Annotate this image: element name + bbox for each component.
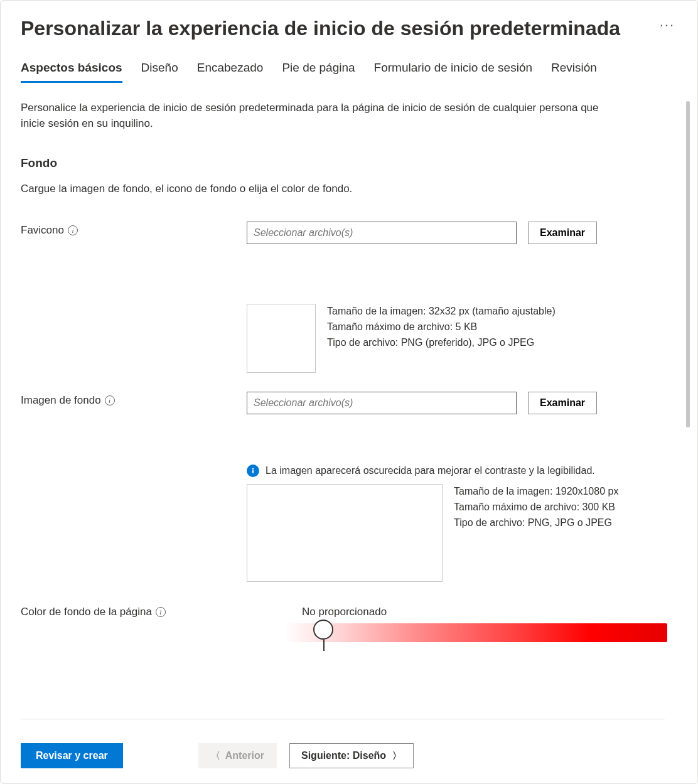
page-bg-color-label: Color de fondo de la página i [21,606,284,618]
chevron-left-icon: 〈 [211,750,220,762]
section-desc-fondo: Cargue la imagen de fondo, el icono de f… [21,183,677,195]
wizard-tabs: Aspectos básicos Diseño Encabezado Pie d… [21,61,677,83]
header-row: Personalizar la experiencia de inicio de… [21,12,677,51]
favicon-spec-size: Tamaño de la imagen: 32x32 px (tamaño aj… [327,304,556,320]
next-button-label: Siguiente: Diseño [301,750,386,761]
background-preview-box [247,484,443,582]
tab-diseno[interactable]: Diseño [141,61,178,83]
chevron-right-icon: 〉 [392,750,402,762]
background-info-text: La imagen aparecerá oscurecida para mejo… [266,463,595,478]
info-icon[interactable]: i [105,395,115,405]
content-divider [21,719,665,719]
info-icon[interactable]: i [156,607,166,617]
background-specs: Tamaño de la imagen: 1920x1080 px Tamaño… [454,484,618,530]
background-image-row: Imagen de fondo i Examinar [21,392,677,414]
background-spec-size: Tamaño de la imagen: 1920x1080 px [454,484,618,500]
previous-button-label: Anterior [225,750,264,761]
more-options-button[interactable]: ··· [660,12,677,32]
favicon-row: Favicono i Examinar [21,222,677,244]
tab-pie-de-pagina[interactable]: Pie de página [282,61,355,83]
section-title-fondo: Fondo [21,156,677,170]
scrollbar-thumb[interactable] [686,101,690,427]
previous-button: 〈 Anterior [198,743,277,768]
svg-rect-1 [252,470,254,473]
tab-aspectos-basicos[interactable]: Aspectos básicos [21,61,122,83]
favicon-label-text: Favicono [21,224,64,237]
info-badge-icon [247,464,259,477]
wizard-footer: Revisar y crear 〈 Anterior Siguiente: Di… [21,743,677,768]
background-info-message: La imagen aparecerá oscurecida para mejo… [247,463,636,478]
hue-slider-thumb-tick [323,640,325,651]
hue-slider-track [284,623,667,642]
customize-signin-panel: Personalizar la experiencia de inicio de… [0,0,698,784]
background-preview-row: Tamaño de la imagen: 1920x1080 px Tamaño… [247,484,677,582]
page-bg-color-row: Color de fondo de la página i No proporc… [21,606,677,625]
hue-slider[interactable] [284,623,667,642]
background-image-label-text: Imagen de fondo [21,394,101,407]
info-icon[interactable]: i [68,225,78,235]
favicon-spec-type: Tipo de archivo: PNG (preferido), JPG o … [327,335,556,351]
favicon-preview-box [247,304,316,373]
page-bg-color-value: No proporcionado [302,606,387,618]
favicon-label: Favicono i [21,222,247,237]
vertical-scrollbar[interactable] [686,101,690,713]
favicon-spec-max: Tamaño máximo de archivo: 5 KB [327,320,556,335]
intro-text: Personalice la experiencia de inicio de … [21,100,623,131]
tab-formulario-inicio-sesion[interactable]: Formulario de inicio de sesión [374,61,532,83]
tab-revision[interactable]: Revisión [551,61,597,83]
favicon-file-input[interactable] [247,222,517,244]
review-create-button[interactable]: Revisar y crear [21,743,123,768]
background-image-label: Imagen de fondo i [21,392,247,407]
page-bg-color-label-text: Color de fondo de la página [21,606,152,618]
page-title: Personalizar la experiencia de inicio de… [21,16,620,41]
background-spec-type: Tipo de archivo: PNG, JPG o JPEG [454,515,618,531]
favicon-browse-button[interactable]: Examinar [528,222,597,244]
svg-point-0 [252,468,254,470]
next-button[interactable]: Siguiente: Diseño 〉 [289,743,414,768]
favicon-specs: Tamaño de la imagen: 32x32 px (tamaño aj… [327,304,556,350]
tab-encabezado[interactable]: Encabezado [197,61,264,83]
background-spec-max: Tamaño máximo de archivo: 300 KB [454,500,618,515]
favicon-preview-row: Tamaño de la imagen: 32x32 px (tamaño aj… [247,304,677,373]
background-browse-button[interactable]: Examinar [528,392,597,414]
background-file-input[interactable] [247,392,517,414]
